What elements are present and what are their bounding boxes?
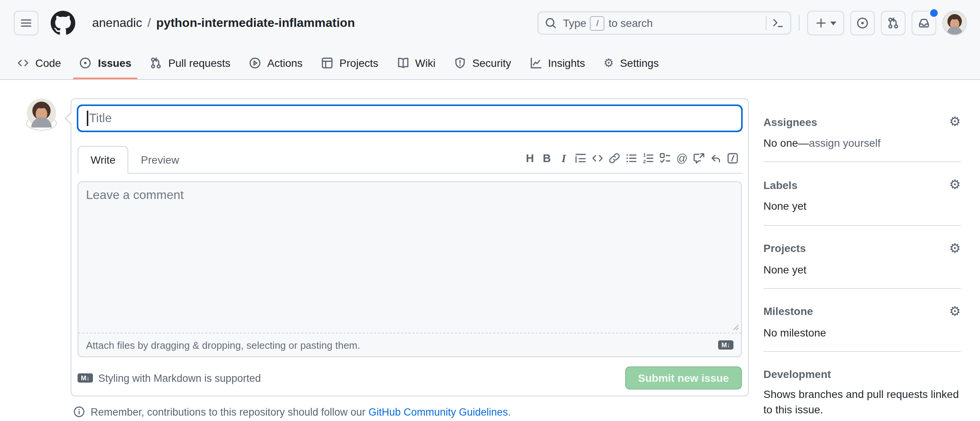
guideline-text: Remember, contributions to this reposito… [91,406,511,418]
gear-icon: ⚙ [949,242,961,255]
tab-pull-requests[interactable]: Pull requests [144,46,237,79]
tasklist-button[interactable] [657,149,673,167]
assignees-title[interactable]: Assignees [763,116,817,128]
assign-yourself-link[interactable]: assign yourself [809,137,881,149]
tab-security[interactable]: Security [448,46,517,79]
unordered-list-button[interactable] [624,149,639,167]
labels-value: None yet [763,199,961,214]
header-top-row: anenadic / python-intermediate-inflammat… [0,0,980,46]
italic-button[interactable]: I [556,149,571,167]
development-value: Shows branches and pull requests linked … [763,386,961,418]
tab-issues[interactable]: Issues [73,46,137,79]
breadcrumb-repo-link[interactable]: python-intermediate-inflammation [156,16,355,30]
development-title: Development [763,368,831,380]
avatar [27,116,56,128]
user-avatar-menu[interactable] [942,11,967,35]
markdown-toolbar: H B I 12 [522,149,742,173]
slash-box-icon [727,152,739,164]
repo-nav: Code Issues Pull requests Actions Projec… [0,46,980,79]
hamburger-icon [20,17,32,29]
code-button[interactable] [590,149,605,167]
cross-reference-icon [693,152,705,164]
tasklist-icon [659,152,671,164]
search-icon [545,17,557,29]
quote-button[interactable] [573,149,588,167]
breadcrumb-owner-link[interactable]: anenadic [92,16,142,30]
global-search-input[interactable]: Type / to search [538,12,791,35]
app-header: anenadic / python-intermediate-inflammat… [0,0,980,80]
comment-textarea[interactable] [78,182,741,333]
sidebar-section-development: Development Shows branches and pull requ… [763,352,961,421]
bold-button[interactable]: B [539,149,555,167]
comment-editor: Attach files by dragging & dropping, sel… [78,181,742,357]
reply-icon [710,152,722,164]
git-pull-request-icon [150,56,162,69]
gear-icon: ⚙ [949,305,961,318]
sidebar-section-projects: Projects ⚙ None yet [763,225,961,289]
pull-requests-dashboard-button[interactable] [881,11,906,35]
gear-icon: ⚙ [949,179,961,192]
tab-actions[interactable]: Actions [243,46,309,79]
link-button[interactable] [607,149,622,167]
tab-code[interactable]: Code [11,46,67,79]
tab-projects[interactable]: Projects [315,46,384,79]
hamburger-menu-button[interactable] [14,11,38,35]
sidebar-section-labels: Labels ⚙ None yet [763,162,961,226]
markdown-supported-link[interactable]: M↓ Styling with Markdown is supported [78,372,261,384]
attach-files-area[interactable]: Attach files by dragging & dropping, sel… [78,333,741,356]
issue-title-input[interactable] [78,105,742,131]
code-icon [591,152,604,164]
github-new-issue-page: anenadic / python-intermediate-inflammat… [0,0,980,421]
projects-gear-button[interactable]: ⚙ [949,242,961,255]
slash-key-hint: / [590,16,605,30]
book-icon [397,56,409,69]
graph-icon [530,56,542,69]
header-divider [799,15,800,31]
attach-hint: Attach files by dragging & dropping, sel… [86,339,360,351]
create-new-button[interactable] [807,11,844,35]
tab-insights[interactable]: Insights [523,46,591,79]
issues-dashboard-button[interactable] [850,11,875,35]
svg-text:2: 2 [643,159,646,164]
plus-icon [815,17,827,29]
text-cursor [87,111,88,126]
markdown-icon[interactable]: M↓ [718,340,733,350]
issue-opened-icon [856,17,869,29]
resize-grip[interactable] [731,323,739,330]
comment-author-avatar [26,98,57,131]
tab-preview[interactable]: Preview [129,147,192,173]
main-content: Write Preview H B I [0,80,980,421]
community-guidelines-link[interactable]: GitHub Community Guidelines [368,406,508,418]
search-divider [766,16,766,30]
milestone-title[interactable]: Milestone [763,305,813,318]
milestone-gear-button[interactable]: ⚙ [949,305,961,318]
tab-write[interactable]: Write [78,146,129,174]
gear-icon: ⚙ [949,115,961,128]
labels-title[interactable]: Labels [763,179,798,191]
command-palette-icon[interactable] [772,17,784,29]
mention-button[interactable]: @ [674,149,690,167]
projects-title[interactable]: Projects [763,242,806,254]
ordered-list-button[interactable]: 12 [641,149,656,167]
issue-opened-icon [79,56,92,69]
reply-button[interactable] [708,149,723,167]
github-logo[interactable] [51,11,75,35]
assignees-gear-button[interactable]: ⚙ [949,115,961,128]
markdown-icon: M↓ [78,373,93,383]
tab-wiki[interactable]: Wiki [391,46,442,79]
git-pull-request-icon [887,17,899,29]
submit-new-issue-button[interactable]: Submit new issue [625,366,742,390]
labels-gear-button[interactable]: ⚙ [949,179,961,192]
sidebar-section-milestone: Milestone ⚙ No milestone [763,289,961,352]
search-placeholder: Type / to search [563,16,653,30]
cross-reference-button[interactable] [691,149,707,167]
heading-button[interactable]: H [522,149,538,167]
saved-replies-button[interactable] [725,149,740,167]
table-icon [321,56,333,69]
quote-icon [574,152,587,164]
projects-value: None yet [763,262,961,277]
play-icon [249,56,261,69]
code-icon [17,56,29,69]
mention-icon: @ [676,153,687,164]
tab-settings[interactable]: ⚙ Settings [598,46,665,79]
